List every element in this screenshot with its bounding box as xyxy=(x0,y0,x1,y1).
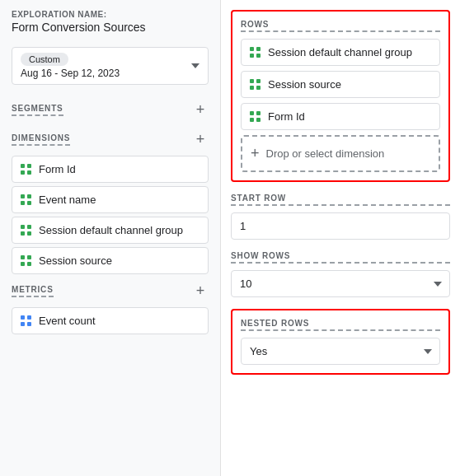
show-rows-select-wrap: 10 25 50 100 250 500 xyxy=(231,270,450,297)
start-row-label: START ROW xyxy=(231,194,450,206)
rows-label: ROWS xyxy=(241,20,440,32)
start-row-input[interactable] xyxy=(231,212,450,240)
drag-handle-icon xyxy=(21,225,32,236)
metrics-section-header: METRICS + xyxy=(0,278,220,304)
show-rows-label: SHOW ROWS xyxy=(231,251,450,264)
nested-rows-select[interactable]: Yes No xyxy=(241,338,440,365)
chevron-down-icon xyxy=(191,63,199,68)
dimension-item-session-source[interactable]: Session source xyxy=(12,247,209,274)
segments-section-header: SEGMENTS + xyxy=(0,96,220,123)
metric-label: Event count xyxy=(39,315,96,327)
drop-dimension-zone[interactable]: + Drop or select dimension xyxy=(241,135,440,172)
drag-handle-icon xyxy=(21,255,32,267)
dimension-label: Form Id xyxy=(39,163,76,175)
exploration-name-value: Form Conversion Sources xyxy=(0,19,220,42)
left-panel: EXPLORATION NAME: Form Conversion Source… xyxy=(0,0,221,476)
date-range-picker[interactable]: Custom Aug 16 - Sep 12, 2023 xyxy=(12,47,209,85)
row-item-label: Session default channel group xyxy=(268,46,412,58)
drop-plus-icon: + xyxy=(251,145,260,162)
dimension-item-form-id[interactable]: Form Id xyxy=(12,156,209,183)
start-row-section: START ROW xyxy=(231,194,450,240)
dimension-label: Event name xyxy=(39,194,96,206)
nested-rows-label: NESTED ROWS xyxy=(241,319,440,331)
metric-item-event-count[interactable]: Event count xyxy=(12,307,209,334)
add-segment-button[interactable]: + xyxy=(192,101,209,118)
drop-zone-text: Drop or select dimension xyxy=(266,147,385,160)
show-rows-select[interactable]: 10 25 50 100 250 500 xyxy=(231,270,450,297)
drag-handle-icon xyxy=(21,164,32,175)
nested-rows-section: NESTED ROWS Yes No xyxy=(231,309,450,375)
dimension-item-session-default-channel-group[interactable]: Session default channel group xyxy=(12,217,209,244)
drag-handle-icon xyxy=(250,111,261,123)
drag-handle-icon xyxy=(250,79,261,91)
right-panel: ROWS Session default channel group Sessi… xyxy=(221,0,460,476)
row-item-label: Session source xyxy=(268,78,341,91)
row-item-label: Form Id xyxy=(268,110,305,123)
dimensions-label: DIMENSIONS xyxy=(12,133,70,146)
nested-rows-select-wrap: Yes No xyxy=(241,338,440,365)
dimensions-section-header: DIMENSIONS + xyxy=(0,126,220,152)
metrics-label: METRICS xyxy=(12,285,54,297)
drag-handle-icon xyxy=(250,47,261,58)
show-rows-section: SHOW ROWS 10 25 50 100 250 500 xyxy=(231,251,450,297)
dimension-label: Session default channel group xyxy=(39,224,183,236)
rows-section: ROWS Session default channel group Sessi… xyxy=(231,10,450,182)
dimension-label: Session source xyxy=(39,254,112,267)
drag-handle-icon xyxy=(21,194,32,206)
date-range-value: Aug 16 - Sep 12, 2023 xyxy=(21,68,120,79)
row-item-session-default-channel-group[interactable]: Session default channel group xyxy=(241,39,440,66)
exploration-name-label: EXPLORATION NAME: xyxy=(0,10,220,19)
add-dimension-button[interactable]: + xyxy=(192,131,209,147)
dimension-item-event-name[interactable]: Event name xyxy=(12,186,209,213)
drag-handle-icon xyxy=(21,315,32,327)
date-custom-badge: Custom xyxy=(21,53,68,66)
row-item-form-id[interactable]: Form Id xyxy=(241,103,440,130)
row-item-session-source[interactable]: Session source xyxy=(241,71,440,98)
add-metric-button[interactable]: + xyxy=(192,282,209,299)
segments-label: SEGMENTS xyxy=(12,104,63,116)
